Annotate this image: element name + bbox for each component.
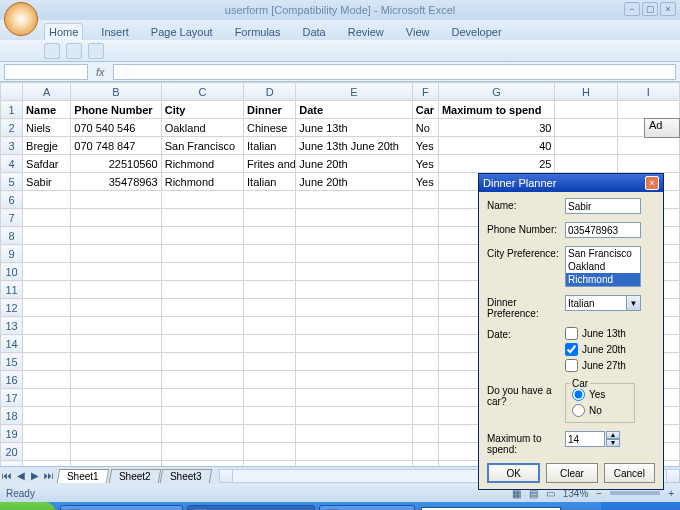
cell[interactable] <box>161 299 243 317</box>
select-all[interactable] <box>1 83 23 101</box>
tab-data[interactable]: Data <box>298 24 329 40</box>
cell[interactable]: City <box>161 101 243 119</box>
cell[interactable] <box>412 281 438 299</box>
dialog-titlebar[interactable]: Dinner Planner × <box>479 174 663 192</box>
cell[interactable]: 30 <box>438 119 555 137</box>
cell[interactable] <box>23 389 71 407</box>
list-item[interactable]: Oakland <box>566 260 640 273</box>
car-yes-radio[interactable] <box>572 388 585 401</box>
row-3[interactable]: 3 <box>1 137 23 155</box>
minimize-button[interactable]: − <box>624 2 640 16</box>
cell[interactable]: 22510560 <box>71 155 161 173</box>
cell[interactable] <box>71 389 161 407</box>
cell[interactable]: Frites and <box>244 155 296 173</box>
cell[interactable] <box>23 407 71 425</box>
cell[interactable] <box>296 245 413 263</box>
cell[interactable] <box>161 425 243 443</box>
list-item[interactable]: San Francisco <box>566 247 640 260</box>
cell[interactable] <box>71 443 161 461</box>
cell[interactable]: 40 <box>438 137 555 155</box>
cell[interactable] <box>161 389 243 407</box>
cell[interactable] <box>296 191 413 209</box>
city-listbox[interactable]: San Francisco Oakland Richmond <box>565 246 641 287</box>
maximize-button[interactable]: ▢ <box>642 2 658 16</box>
cell[interactable] <box>161 245 243 263</box>
cell[interactable] <box>71 281 161 299</box>
fx-icon[interactable]: fx <box>92 66 109 78</box>
cell[interactable] <box>412 245 438 263</box>
ok-button[interactable]: OK <box>487 463 540 483</box>
row-17[interactable]: 17 <box>1 389 23 407</box>
row-19[interactable]: 19 <box>1 425 23 443</box>
cell[interactable]: Richmond <box>161 155 243 173</box>
cell[interactable] <box>71 209 161 227</box>
cell[interactable] <box>412 191 438 209</box>
tab-nav-prev[interactable]: ◀ <box>14 470 28 481</box>
dialog-close-icon[interactable]: × <box>645 176 659 190</box>
cell[interactable] <box>23 335 71 353</box>
cell[interactable] <box>412 227 438 245</box>
col-H[interactable]: H <box>555 83 617 101</box>
zoom-in-icon[interactable]: + <box>668 488 674 499</box>
cell[interactable] <box>23 191 71 209</box>
col-I[interactable]: I <box>617 83 679 101</box>
cell[interactable] <box>71 227 161 245</box>
col-E[interactable]: E <box>296 83 413 101</box>
taskbar-item[interactable]: Fiverr / safderkhan... <box>60 505 184 510</box>
cell[interactable] <box>161 317 243 335</box>
sheet-tab-1[interactable]: Sheet1 <box>57 469 109 483</box>
taskbar-item[interactable]: untitled - Paint <box>319 505 415 510</box>
cell[interactable] <box>161 353 243 371</box>
cell[interactable] <box>244 371 296 389</box>
cell[interactable]: Phone Number <box>71 101 161 119</box>
tab-nav-first[interactable]: ⏮ <box>0 470 14 481</box>
row-11[interactable]: 11 <box>1 281 23 299</box>
tab-nav-last[interactable]: ⏭ <box>42 470 56 481</box>
cell[interactable] <box>161 371 243 389</box>
row-15[interactable]: 15 <box>1 353 23 371</box>
row-9[interactable]: 9 <box>1 245 23 263</box>
cell[interactable]: June 20th <box>296 173 413 191</box>
cell[interactable] <box>412 443 438 461</box>
col-D[interactable]: D <box>244 83 296 101</box>
cell[interactable] <box>617 137 679 155</box>
cell[interactable] <box>71 335 161 353</box>
row-12[interactable]: 12 <box>1 299 23 317</box>
cell[interactable]: Yes <box>412 173 438 191</box>
name-input[interactable] <box>565 198 641 214</box>
cell[interactable] <box>555 137 617 155</box>
col-C[interactable]: C <box>161 83 243 101</box>
cell[interactable] <box>244 353 296 371</box>
cell[interactable]: June 13th June 20th <box>296 137 413 155</box>
cell[interactable]: Dinner <box>244 101 296 119</box>
max-input[interactable] <box>565 431 605 447</box>
cell[interactable]: Richmond <box>161 173 243 191</box>
cell[interactable] <box>71 317 161 335</box>
start-button[interactable]: ⊞ start <box>0 502 56 510</box>
cell[interactable]: 25 <box>438 155 555 173</box>
tab-insert[interactable]: Insert <box>97 24 133 40</box>
row-5[interactable]: 5 <box>1 173 23 191</box>
taskbar-item[interactable]: Microsoft Excel - us... <box>187 505 315 510</box>
list-item[interactable]: Richmond <box>566 273 640 286</box>
cell[interactable] <box>244 335 296 353</box>
cell[interactable] <box>161 191 243 209</box>
date-june20-checkbox[interactable] <box>565 343 578 356</box>
cell[interactable]: Italian <box>244 137 296 155</box>
cell[interactable] <box>296 443 413 461</box>
cell[interactable] <box>244 407 296 425</box>
cell[interactable] <box>161 263 243 281</box>
cancel-button[interactable]: Cancel <box>604 463 655 483</box>
cell[interactable]: No <box>412 119 438 137</box>
phone-input[interactable] <box>565 222 641 238</box>
row-1[interactable]: 1 <box>1 101 23 119</box>
cell[interactable] <box>296 461 413 467</box>
cell[interactable]: Car <box>412 101 438 119</box>
cell[interactable] <box>71 245 161 263</box>
date-june27-checkbox[interactable] <box>565 359 578 372</box>
row-16[interactable]: 16 <box>1 371 23 389</box>
cell[interactable] <box>161 407 243 425</box>
cell[interactable] <box>555 119 617 137</box>
tab-developer[interactable]: Developer <box>447 24 505 40</box>
cell[interactable] <box>71 371 161 389</box>
